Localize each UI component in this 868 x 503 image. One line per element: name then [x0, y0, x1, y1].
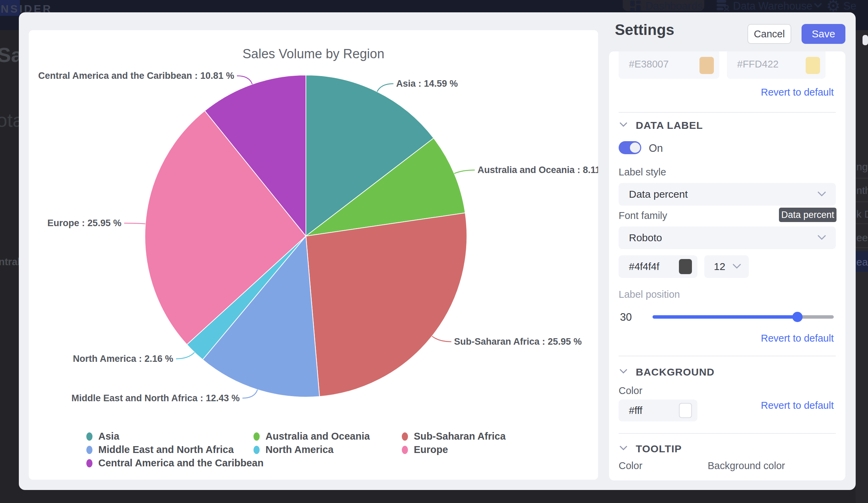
list-item-fragment: nge: [856, 161, 868, 171]
dashboards-grid-icon: [630, 1, 641, 11]
font-color-input[interactable]: #4f4f4f: [619, 255, 698, 278]
series-color-input-2[interactable]: #FFD422: [727, 51, 826, 79]
label-leader-line: [377, 84, 394, 92]
label-leader-line: [176, 352, 195, 359]
legend-label: North America: [266, 444, 334, 455]
section-header-data-label[interactable]: DATA LABEL: [636, 120, 703, 131]
legend-column: Sub-Saharan AfricaEurope: [402, 430, 506, 456]
section-header-tooltip[interactable]: TOOLTIP: [636, 443, 682, 455]
legend-column: AsiaMiddle East and North AfricaCentral …: [86, 430, 264, 470]
slice-label: Asia : 14.59 %: [396, 79, 458, 89]
legend-label: Sub-Saharan Africa: [414, 431, 506, 442]
label-leader-line: [237, 76, 252, 84]
legend-item[interactable]: Europe: [402, 443, 506, 456]
color-swatch[interactable]: [679, 403, 692, 418]
revert-to-default-link[interactable]: Revert to default: [761, 400, 834, 411]
slice-label: Europe : 25.95 %: [47, 218, 121, 228]
chevron-down-icon: [817, 235, 826, 240]
toggle-knob: [630, 143, 640, 153]
chevron-down-icon: [814, 3, 822, 8]
background-list-fragment: nge nth k D eek ear: [856, 30, 868, 503]
chevron-down-icon[interactable]: [619, 122, 628, 127]
legend-marker: [402, 432, 408, 441]
color-swatch[interactable]: [806, 57, 820, 74]
list-item-fragment: ear: [856, 256, 868, 267]
chevron-down-icon: [817, 191, 826, 197]
slider-value: 30: [620, 311, 632, 324]
pie-slice-2[interactable]: [306, 213, 467, 397]
settings-modal: Sales Volume by Region Asia : 14.59 %Aus…: [19, 12, 856, 490]
label-style-value: Data percent: [629, 183, 688, 206]
chevron-down-icon[interactable]: [619, 369, 628, 373]
font-color-value: #4f4f4f: [629, 255, 659, 278]
revert-to-default-link[interactable]: Revert to default: [761, 333, 834, 344]
data-label-toggle[interactable]: [619, 141, 641, 154]
font-family-value: Roboto: [629, 226, 662, 249]
chevron-down-icon: [732, 264, 741, 269]
label-leader-line: [432, 336, 451, 342]
background-color-input[interactable]: #fff: [619, 400, 698, 421]
cancel-button[interactable]: Cancel: [747, 24, 791, 44]
legend-item[interactable]: North America: [254, 443, 370, 456]
legend-column: Australia and OceaniaNorth America: [254, 430, 370, 456]
color-swatch[interactable]: [679, 259, 692, 274]
label-style-label: Label style: [619, 166, 666, 178]
tooltip-bubble: Data percent: [779, 208, 837, 222]
legend-item[interactable]: Asia: [86, 430, 264, 443]
slice-label: Australia and Oceania : 8.11 %: [477, 165, 598, 175]
background-color-label: Color: [619, 385, 642, 397]
color-swatch[interactable]: [700, 57, 714, 74]
background-button-fragment: [862, 35, 868, 45]
nav-data-warehouse-label: Data Warehouse: [733, 0, 812, 12]
nav-settings-label-fragment: Se: [843, 0, 856, 12]
background-text-fragment: ntral: [0, 256, 20, 268]
data-warehouse-icon: [716, 0, 730, 11]
font-family-select[interactable]: Roboto: [619, 226, 836, 249]
section-header-background[interactable]: BACKGROUND: [636, 366, 714, 378]
series-color-input-1[interactable]: #E38007: [619, 51, 719, 79]
list-item-fragment: eek: [856, 232, 868, 242]
legend-label: Australia and Oceania: [266, 431, 370, 442]
label-leader-line: [454, 170, 475, 173]
divider: [856, 247, 868, 248]
save-button[interactable]: Save: [802, 24, 845, 44]
legend-marker: [254, 446, 260, 454]
legend-marker: [86, 446, 93, 454]
legend-item[interactable]: Sub-Saharan Africa: [402, 430, 506, 443]
label-position-slider[interactable]: [652, 315, 834, 319]
legend-marker: [402, 446, 408, 454]
label-position-label: Label position: [619, 289, 680, 300]
legend-label: Middle East and North Africa: [98, 444, 234, 455]
legend-label: Asia: [98, 431, 119, 442]
backdrop: NSIDER Dashboards Data Warehouse ⚙: [0, 0, 868, 5]
tooltip-color-label: Color: [619, 460, 642, 472]
divider: [856, 202, 868, 202]
slice-label: Central America and the Caribbean : 10.8…: [38, 71, 234, 81]
chart-card: Sales Volume by Region Asia : 14.59 %Aus…: [29, 30, 598, 480]
series-color-value-2: #FFD422: [737, 51, 778, 79]
legend-item[interactable]: Middle East and North Africa: [86, 443, 264, 456]
font-size-value: 12: [714, 255, 725, 278]
divider: [856, 223, 868, 224]
revert-to-default-link[interactable]: Revert to default: [761, 87, 834, 98]
legend-marker: [86, 459, 93, 468]
divider: [619, 356, 836, 356]
label-style-select[interactable]: Data percent: [619, 183, 836, 206]
label-leader-line: [242, 390, 258, 398]
legend-item[interactable]: Central America and the Caribbean: [86, 456, 264, 470]
font-size-select[interactable]: 12: [704, 255, 749, 278]
toggle-state-label: On: [649, 142, 663, 155]
background-color-value: #fff: [629, 400, 642, 421]
pie-chart[interactable]: Asia : 14.59 %Australia and Oceania : 8.…: [29, 30, 598, 480]
chevron-down-icon[interactable]: [619, 445, 628, 450]
screen: NSIDER Dashboards Data Warehouse ⚙: [0, 0, 868, 503]
legend-marker: [254, 432, 260, 441]
slice-label: Sub-Saharan Africa : 25.95 %: [454, 337, 582, 347]
legend-item[interactable]: Australia and Oceania: [254, 430, 370, 443]
slider-fill: [652, 315, 797, 319]
list-item-fragment: k D: [856, 208, 868, 219]
slider-thumb[interactable]: [792, 312, 803, 322]
divider: [619, 433, 836, 434]
slice-label: North America : 2.16 %: [73, 353, 173, 364]
panel-title: Settings: [615, 21, 674, 38]
